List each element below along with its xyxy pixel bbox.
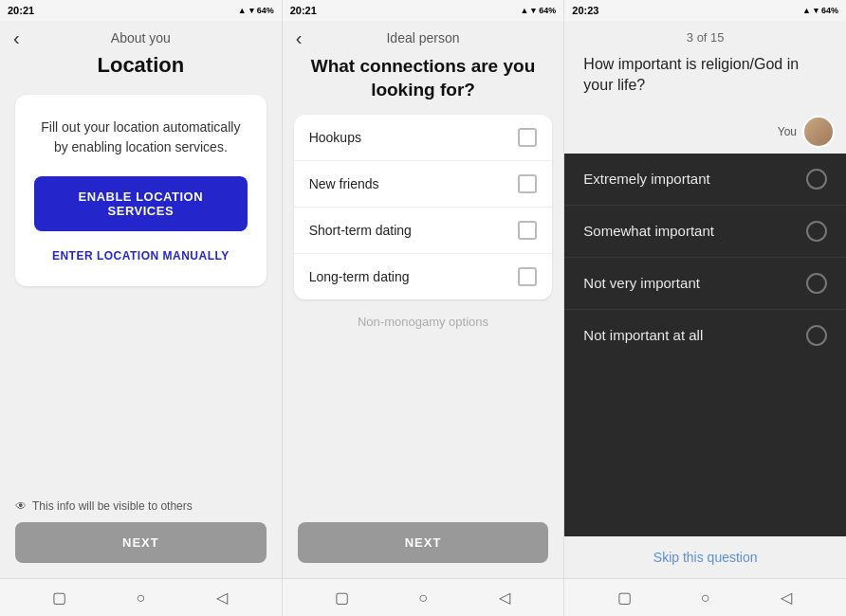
circle-icon-1[interactable]: ○ [131,589,150,607]
step-row: 3 of 15 [564,21,846,48]
answer-extremely-important[interactable]: Extremely important [564,154,846,206]
square-icon-2[interactable]: ▢ [332,589,351,607]
visibility-text: This info will be visible to others [32,499,193,513]
eye-icon: 👁 [15,499,27,513]
nav-bar-2: ▢ ○ ◁ [283,579,565,616]
battery-2: 64% [539,6,556,15]
extremely-important-label: Extremely important [583,171,709,187]
signal-icon-2: ▲ [520,6,528,15]
user-avatar-row: You [564,112,846,154]
panel-religion: 3 of 15 How important is religion/God in… [564,21,846,578]
circle-icon-2[interactable]: ○ [414,589,432,607]
main-panels: ‹ About you Location Fill out your locat… [0,21,846,578]
avatar [802,116,835,148]
wifi-icon-2: ▾ [531,6,536,15]
hookups-label: Hookups [309,130,361,145]
time-3: 20:23 [572,5,598,16]
skip-link[interactable]: Skip this question [564,536,846,578]
step-indicator: 3 of 15 [687,30,725,45]
panel2-header: ‹ Ideal person [283,21,564,51]
not-very-important-label: Not very important [583,275,700,291]
back-icon-2[interactable]: ◁ [495,589,514,607]
circle-icon-3[interactable]: ○ [696,589,715,607]
panel-ideal-person: ‹ Ideal person What connections are you … [283,21,565,578]
nav-bars: ▢ ○ ◁ ▢ ○ ◁ ▢ ○ ◁ [0,578,846,616]
battery-1: 64% [257,6,274,15]
status-bars: 20:21 ▲ ▾ 64% 20:21 ▲ ▾ 64% 20:23 ▲ ▾ 64… [0,0,846,21]
location-card-text: Fill out your location automatically by … [34,118,248,157]
back-arrow-2[interactable]: ‹ [296,27,303,49]
short-term-label: Short-term dating [309,223,412,238]
answer-options: Extremely important Somewhat important N… [564,154,846,536]
connections-card: Hookups New friends Short-term dating Lo… [294,115,553,299]
nav-bar-3: ▢ ○ ◁ [564,579,846,616]
signal-icon-1: ▲ [238,6,247,15]
back-icon-3[interactable]: ◁ [777,589,796,607]
status-bar-2: 20:21 ▲ ▾ 64% [283,0,565,21]
panel2-footer: NEXT [283,513,564,578]
nav-bar-1: ▢ ○ ◁ [0,579,283,616]
signal-icon-3: ▲ [802,6,811,15]
wifi-icon-1: ▾ [249,6,254,15]
wifi-icon-3: ▾ [814,6,818,15]
status-icons-2: ▲ ▾ 64% [520,6,556,15]
square-icon-1[interactable]: ▢ [50,589,69,607]
avatar-inner [804,118,833,146]
answer-not-important-at-all[interactable]: Not important at all [564,310,846,361]
back-arrow-1[interactable]: ‹ [13,27,20,49]
radio-not-very-important[interactable] [806,273,827,294]
hookups-checkbox[interactable] [518,128,537,147]
status-bar-1: 20:21 ▲ ▾ 64% [0,0,283,21]
option-hookups[interactable]: Hookups [294,115,553,161]
location-card: Fill out your location automatically by … [15,95,267,286]
panel1-page-title: Location [0,51,282,87]
short-term-checkbox[interactable] [518,221,537,240]
radio-somewhat-important[interactable] [806,221,827,242]
long-term-label: Long-term dating [309,269,410,284]
long-term-checkbox[interactable] [518,267,537,286]
enable-location-button[interactable]: ENABLE LOCATION SERVICES [34,176,248,231]
battery-3: 64% [821,6,838,15]
panel1-header-title: About you [111,30,171,45]
back-icon-1[interactable]: ◁ [212,589,231,607]
panel1-footer: 👁 This info will be visible to others NE… [0,490,282,578]
status-bar-3: 20:23 ▲ ▾ 64% [564,0,846,21]
non-monogamy-options[interactable]: Non-monogamy options [283,299,564,344]
radio-extremely-important[interactable] [806,169,827,190]
status-icons-1: ▲ ▾ 64% [238,6,274,15]
panel-location: ‹ About you Location Fill out your locat… [0,21,283,578]
question-text: How important is religion/God in your li… [564,48,846,112]
radio-not-important-at-all[interactable] [806,325,827,346]
square-icon-3[interactable]: ▢ [615,589,634,607]
new-friends-label: New friends [309,176,379,191]
panel2-page-title: What connections are you looking for? [283,51,564,115]
manual-location-button[interactable]: ENTER LOCATION MANUALLY [52,249,230,263]
option-short-term[interactable]: Short-term dating [294,208,553,254]
next-button-2[interactable]: NEXT [298,522,549,563]
panel1-header: ‹ About you [0,21,282,51]
panel2-header-title: Ideal person [386,30,459,45]
user-label: You [778,125,797,138]
option-long-term[interactable]: Long-term dating [294,254,553,299]
status-icons-3: ▲ ▾ 64% [802,6,838,15]
next-button-1[interactable]: NEXT [15,522,267,563]
time-2: 20:21 [290,5,317,16]
answer-somewhat-important[interactable]: Somewhat important [564,206,846,258]
new-friends-checkbox[interactable] [518,174,537,193]
option-new-friends[interactable]: New friends [294,161,553,208]
time-1: 20:21 [8,5,34,16]
not-important-at-all-label: Not important at all [583,327,703,343]
somewhat-important-label: Somewhat important [583,223,714,239]
visibility-note: 👁 This info will be visible to others [15,499,267,513]
answer-not-very-important[interactable]: Not very important [564,258,846,310]
